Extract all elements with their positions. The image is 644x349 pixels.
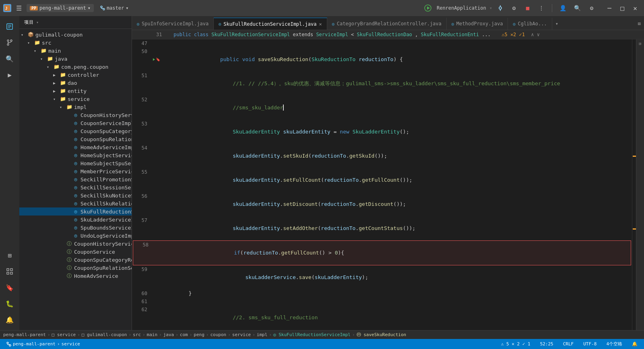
collapse-arrow: ▾ <box>60 105 66 109</box>
branch-selector[interactable]: master ▾ <box>97 4 132 12</box>
tab-spuinfo[interactable]: ◎ SpuInfoServiceImpl.java <box>132 18 214 30</box>
minimize-button[interactable]: ─ <box>604 2 615 14</box>
list-item[interactable]: ◎SkuLadderServiceImpl <box>19 216 132 224</box>
tab-label: CglibAo... <box>518 21 547 27</box>
status-warnings[interactable]: ⚠ 5 ✕ 2 ✓ 1 <box>500 341 532 347</box>
tree-item-controller[interactable]: ▶ 📁 controller <box>19 71 132 79</box>
tab-more-button[interactable]: ▾ <box>552 18 561 30</box>
status-line-ending[interactable]: CRLF <box>561 341 576 347</box>
search-button[interactable]: 🔍 <box>572 2 583 14</box>
tree-item-dao[interactable]: ▶ 📁 dao <box>19 79 132 87</box>
tree-item-src[interactable]: ▾ 📁 src <box>19 39 132 47</box>
status-notifications[interactable]: 🔔 <box>630 341 639 347</box>
hamburger-menu[interactable]: ☰ <box>14 3 23 14</box>
status-encoding[interactable]: UTF-8 <box>582 341 598 347</box>
tree-item-package[interactable]: ▾ 📁 com.peng.coupon <box>19 63 132 71</box>
tree-item-gulimall-coupon[interactable]: ▾ 📦 gulimall-coupon <box>19 31 132 39</box>
file-tree: 项目 ▾ ▾ 📦 gulimall-coupon ▾ 📁 src ▾ <box>19 16 132 330</box>
terminal-icon[interactable]: ⊞ <box>2 248 17 263</box>
list-item[interactable]: ◎SeckillSkuRelationServiceImpl <box>19 199 132 207</box>
more-button[interactable]: ⋮ <box>536 2 547 14</box>
list-item[interactable]: ◎HomeSubjectServiceImpl <box>19 151 132 159</box>
java-file-icon: ◎ <box>72 200 79 207</box>
breadcrumb-service: □ service <box>52 332 76 337</box>
structure-icon[interactable] <box>2 264 17 279</box>
window-controls: ─ □ ✕ <box>604 2 641 14</box>
status-branch[interactable]: peng-mall-parent › service <box>5 341 82 347</box>
git-icon[interactable] <box>2 35 17 50</box>
encoding-text: UTF-8 <box>583 341 597 347</box>
app-logo: J <box>3 4 11 12</box>
find-icon[interactable]: 🔍 <box>2 51 17 66</box>
collapse-arrow: ▾ <box>34 49 40 53</box>
code-scroll-area[interactable]: 47 50 🔖 public void saveSkuReduction(Sku… <box>132 39 632 330</box>
tree-item-java[interactable]: ▾ 📁 java <box>19 55 132 63</box>
folder-icon: 📁 <box>47 55 53 62</box>
tab-skufull[interactable]: ◎ SkuFullReductionServiceImpl.java ✕ <box>214 18 327 30</box>
list-item[interactable]: ⒾHomeAdvService <box>19 272 132 280</box>
list-item[interactable]: ◎SpuBoundsServiceImpl <box>19 224 132 232</box>
tab-method[interactable]: ◎ MethodProxy.java <box>447 18 508 30</box>
structure-right-icon[interactable]: m <box>638 41 642 47</box>
tree-item-impl[interactable]: ▾ 📁 impl <box>19 103 132 111</box>
tree-item-main[interactable]: ▾ 📁 main <box>19 47 132 55</box>
code-line-61: 61 <box>132 298 632 306</box>
list-item[interactable]: ◎SeckillPromotionServiceImpl <box>19 175 132 183</box>
tree-label: CouponHistoryService <box>74 241 132 247</box>
list-item[interactable]: ◎CouponSpuRelationServiceImpl <box>19 135 132 143</box>
list-item[interactable]: ◎CouponHistoryServiceImpl <box>19 111 132 119</box>
tree-label: entity <box>68 88 87 94</box>
account-button[interactable]: 👤 <box>557 2 568 14</box>
list-item[interactable]: ◎SeckillSkuNoticeServiceImpl <box>19 191 132 199</box>
svg-rect-20 <box>10 269 12 271</box>
list-item[interactable]: ◎UndoLogServiceImpl <box>19 232 132 240</box>
right-panel-icons: m <box>636 39 644 330</box>
list-item[interactable]: ◎CouponServiceImpl <box>19 119 132 127</box>
tab-close-button[interactable]: ✕ <box>319 21 322 27</box>
code-line-54: 54 skuLadderEntity.setSkuId(reductionTo.… <box>132 144 632 168</box>
settings-button[interactable]: ⚙ <box>508 2 520 14</box>
list-item[interactable]: ⒾCouponHistoryService <box>19 240 132 248</box>
java-file-icon: ◎ <box>72 152 79 158</box>
maximize-button[interactable]: □ <box>617 2 628 14</box>
list-item[interactable]: ⒾCouponSpuCategoryRelationService <box>19 256 132 264</box>
minimap[interactable] <box>632 39 636 330</box>
gear-button[interactable]: ⚙ <box>586 2 597 14</box>
notify-icon[interactable]: 🔔 <box>2 312 17 327</box>
list-item[interactable]: ◎CouponSpuCategoryRelationServiceImpl <box>19 127 132 135</box>
java-file-icon: ◎ <box>72 128 79 134</box>
list-item[interactable]: ◎HomeAdvServiceImpl <box>19 143 132 151</box>
list-item[interactable]: ◎MemberPriceServiceImpl <box>19 167 132 175</box>
tree-item-entity[interactable]: ▶ 📁 entity <box>19 87 132 95</box>
java-file-icon: ◎ <box>72 168 79 174</box>
tab-cglib[interactable]: ◎ CglibAo... <box>508 18 552 30</box>
tree-item-service[interactable]: ▾ 📁 service <box>19 95 132 103</box>
project-selector[interactable]: PP peng-mall-parent ▾ <box>27 4 94 12</box>
run-app-button[interactable] <box>422 2 433 14</box>
close-button[interactable]: ✕ <box>630 2 641 14</box>
file-tree-content[interactable]: ▾ 📦 gulimall-coupon ▾ 📁 src ▾ 📁 main <box>19 29 132 330</box>
list-item[interactable]: ⒾCouponService <box>19 248 132 256</box>
toolbar-actions: RenrenApplication ▾ ⚙ ■ ⋮ <box>422 2 547 14</box>
explorer-icon[interactable] <box>2 19 17 34</box>
status-indent[interactable]: 4个空格 <box>605 341 624 347</box>
app-dropdown[interactable]: ▾ <box>489 5 492 11</box>
status-position[interactable]: 52:25 <box>539 341 555 347</box>
tab-category[interactable]: ◎ CategoryBrandRelationController.java <box>327 18 447 30</box>
list-item[interactable]: ◎HomeSubjectSpuServiceImpl <box>19 159 132 167</box>
list-item[interactable]: ⒾCouponSpuRelationService <box>19 264 132 272</box>
list-item[interactable]: ◎SeckillSessionServiceImpl <box>19 183 132 191</box>
stop-button[interactable]: ■ <box>522 2 533 14</box>
tree-label: HomeSubjectSpuServiceImpl <box>80 160 132 166</box>
bookmark-icon[interactable]: 🔖 <box>2 280 17 295</box>
commit-button[interactable] <box>495 2 506 14</box>
tree-label: main <box>48 48 61 54</box>
run-icon[interactable]: ▶ <box>2 68 17 82</box>
svg-point-24 <box>7 342 8 344</box>
tree-label: SeckillSkuNoticeServiceImpl <box>80 193 132 199</box>
tree-label: gulimall-coupon <box>35 32 83 38</box>
tab-split-button[interactable]: ⊞ <box>635 18 644 30</box>
status-project: peng-mall-parent <box>13 341 56 347</box>
debug-icon[interactable]: 🐛 <box>2 296 17 311</box>
list-item-active[interactable]: ◎SkuFullReductionServiceImpl <box>19 207 132 216</box>
